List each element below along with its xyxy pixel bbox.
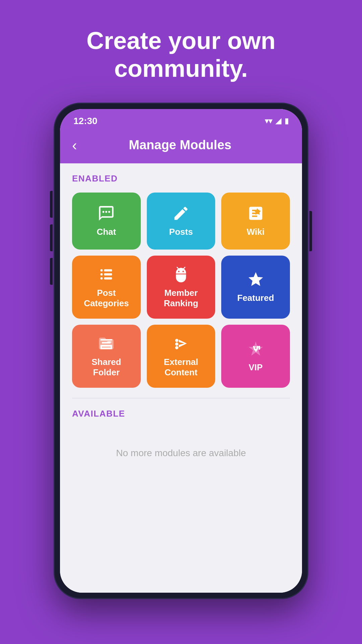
module-external-content-icon — [172, 335, 190, 352]
page-title: Create your own community. — [60, 27, 302, 83]
svg-point-1 — [106, 211, 108, 213]
module-featured[interactable]: Featured — [221, 256, 290, 319]
module-shared-folder-label: SharedFolder — [92, 357, 121, 378]
module-external-content-label: ExternalContent — [164, 357, 198, 378]
header-title: Manage Modules — [87, 138, 273, 152]
module-featured-icon — [247, 271, 264, 288]
battery-icon: ▮ — [285, 117, 289, 125]
back-button[interactable]: ‹ — [72, 138, 77, 153]
status-icons: ▾▾ ◢ ▮ — [265, 117, 289, 125]
enabled-section-label: ENABLED — [72, 173, 290, 184]
module-post-categories-icon — [98, 266, 115, 283]
module-posts-icon — [172, 205, 190, 222]
status-time: 12:30 — [73, 116, 98, 126]
svg-rect-8 — [101, 277, 103, 279]
module-member-ranking[interactable]: MemberRanking — [147, 256, 216, 319]
content-area: ENABLED Chat Posts Wiki — [60, 163, 302, 593]
module-member-ranking-icon — [172, 266, 190, 283]
svg-rect-6 — [101, 273, 103, 275]
module-posts-label: Posts — [169, 227, 193, 237]
module-vip-icon: V▽ — [247, 340, 264, 358]
module-chat[interactable]: Chat — [72, 193, 141, 250]
module-external-content[interactable]: ExternalContent — [147, 325, 216, 388]
svg-rect-5 — [104, 269, 112, 271]
module-member-ranking-label: MemberRanking — [164, 288, 198, 309]
phone-screen: 12:30 ▾▾ ◢ ▮ ‹ Manage Modules ENABLED Ch… — [60, 109, 302, 593]
available-section-label: AVAILABLE — [72, 409, 290, 419]
module-shared-folder-icon — [98, 335, 115, 352]
header: ‹ Manage Modules — [60, 130, 302, 163]
module-featured-label: Featured — [237, 293, 274, 303]
svg-point-2 — [108, 211, 110, 213]
module-shared-folder[interactable]: SharedFolder — [72, 325, 141, 388]
svg-rect-7 — [104, 273, 112, 275]
no-modules-text: No more modules are available — [72, 428, 290, 479]
status-bar: 12:30 ▾▾ ◢ ▮ — [60, 109, 302, 130]
module-wiki-icon — [247, 205, 264, 222]
module-wiki[interactable]: Wiki — [221, 193, 290, 250]
module-wiki-label: Wiki — [247, 227, 264, 237]
svg-rect-4 — [101, 269, 103, 271]
module-chat-icon — [98, 205, 115, 222]
module-chat-label: Chat — [97, 227, 116, 237]
enabled-modules-grid: Chat Posts Wiki PostCategories — [72, 193, 290, 388]
signal-icon: ◢ — [276, 117, 281, 125]
module-post-categories[interactable]: PostCategories — [72, 256, 141, 319]
phone-frame: 12:30 ▾▾ ◢ ▮ ‹ Manage Modules ENABLED Ch… — [54, 103, 308, 599]
module-posts[interactable]: Posts — [147, 193, 216, 250]
svg-rect-9 — [104, 277, 112, 279]
svg-point-0 — [103, 211, 105, 213]
module-vip[interactable]: V▽ VIP — [221, 325, 290, 388]
wifi-icon: ▾▾ — [265, 117, 272, 125]
module-post-categories-label: PostCategories — [84, 288, 129, 309]
svg-text:▽: ▽ — [253, 345, 259, 352]
module-vip-label: VIP — [249, 362, 263, 373]
section-divider — [72, 398, 290, 398]
available-section: AVAILABLE No more modules are available — [72, 409, 290, 479]
